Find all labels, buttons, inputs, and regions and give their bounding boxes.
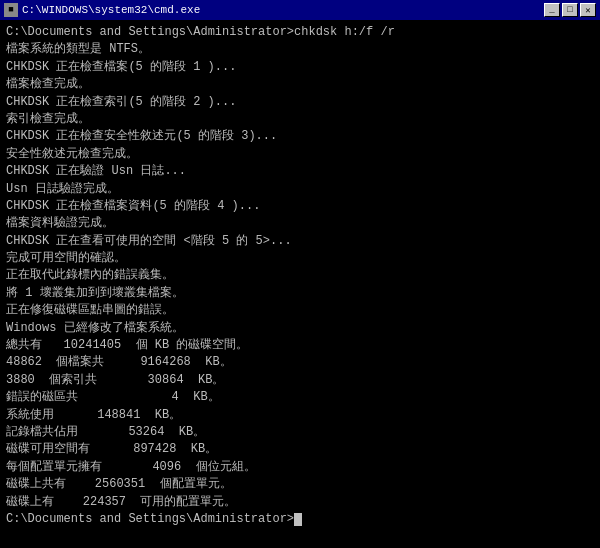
terminal-line: 記錄檔共佔用 53264 KB。 — [6, 424, 594, 441]
terminal-line: C:\Documents and Settings\Administrator>… — [6, 24, 594, 41]
terminal-line: 檔案檢查完成。 — [6, 76, 594, 93]
title-icon: ■ — [4, 3, 18, 17]
terminal-line: Usn 日誌驗證完成。 — [6, 181, 594, 198]
terminal-body: C:\Documents and Settings\Administrator>… — [0, 20, 600, 548]
terminal-line: 索引檢查完成。 — [6, 111, 594, 128]
terminal-line: 系統使用 148841 KB。 — [6, 407, 594, 424]
window-title: C:\WINDOWS\system32\cmd.exe — [22, 4, 200, 16]
terminal-line: 完成可用空間的確認。 — [6, 250, 594, 267]
terminal-line: C:\Documents and Settings\Administrator> — [6, 511, 594, 528]
terminal-line: 正在取代此錄標內的錯誤義集。 — [6, 267, 594, 284]
terminal-line: 正在修復磁碟區點串圖的錯誤。 — [6, 302, 594, 319]
maximize-button[interactable]: □ — [562, 3, 578, 17]
close-button[interactable]: ✕ — [580, 3, 596, 17]
cursor — [294, 513, 302, 526]
terminal-line: 檔案資料驗證完成。 — [6, 215, 594, 232]
terminal-line: CHKDSK 正在查看可使用的空間 <階段 5 的 5>... — [6, 233, 594, 250]
terminal-line: 將 1 壞叢集加到到壞叢集檔案。 — [6, 285, 594, 302]
terminal-line: 磁碟可用空間有 897428 KB。 — [6, 441, 594, 458]
minimize-button[interactable]: _ — [544, 3, 560, 17]
terminal-line: CHKDSK 正在檢查索引(5 的階段 2 )... — [6, 94, 594, 111]
title-bar: ■ C:\WINDOWS\system32\cmd.exe _ □ ✕ — [0, 0, 600, 20]
terminal-line: CHKDSK 正在驗證 Usn 日誌... — [6, 163, 594, 180]
terminal-line: 錯誤的磁區共 4 KB。 — [6, 389, 594, 406]
terminal-line: 每個配置單元擁有 4096 個位元組。 — [6, 459, 594, 476]
terminal-line: 總共有 10241405 個 KB 的磁碟空間。 — [6, 337, 594, 354]
terminal-line: 48862 個檔案共 9164268 KB。 — [6, 354, 594, 371]
terminal-line: 磁碟上有 224357 可用的配置單元。 — [6, 494, 594, 511]
terminal-line: CHKDSK 正在檢查檔案(5 的階段 1 )... — [6, 59, 594, 76]
terminal-line: 檔案系統的類型是 NTFS。 — [6, 41, 594, 58]
terminal-line: CHKDSK 正在檢查安全性敘述元(5 的階段 3)... — [6, 128, 594, 145]
terminal-line: 安全性敘述元檢查完成。 — [6, 146, 594, 163]
terminal-line: CHKDSK 正在檢查檔案資料(5 的階段 4 )... — [6, 198, 594, 215]
terminal-line: 磁碟上共有 2560351 個配置單元。 — [6, 476, 594, 493]
terminal-line: 3880 個索引共 30864 KB。 — [6, 372, 594, 389]
terminal-line: Windows 已經修改了檔案系統。 — [6, 320, 594, 337]
